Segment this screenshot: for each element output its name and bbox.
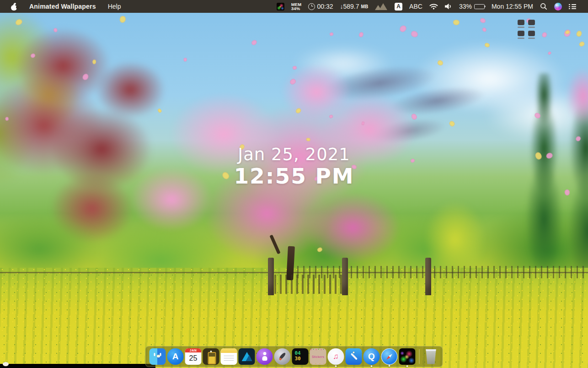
dock-item-xcode[interactable] — [346, 348, 362, 365]
timer-icon — [308, 3, 315, 10]
timer-status[interactable]: 00:32 — [308, 3, 333, 10]
dock-item-app-store[interactable]: A — [167, 348, 184, 365]
dock-item-podcasts[interactable] — [257, 348, 273, 365]
search-icon[interactable] — [540, 3, 547, 10]
stack-square — [528, 31, 535, 36]
calendar-month: JAN — [185, 348, 202, 352]
network-download-status[interactable]: ↓589.7MB — [340, 3, 369, 10]
dock: A JAN 25 04 30 Stickers ♫ Q — [145, 346, 443, 367]
maroon-tree — [0, 18, 178, 256]
input-source-badge[interactable]: A — [395, 3, 402, 11]
desktop-stacks-icon[interactable] — [518, 20, 535, 39]
fence-pickets — [297, 266, 588, 278]
green-treeline — [0, 183, 588, 293]
dock-item-finder[interactable] — [150, 348, 166, 365]
countdown-bottom: 30 — [295, 356, 309, 362]
overlay-time: 12:55 PM — [0, 164, 588, 188]
fence-post — [425, 258, 431, 295]
blossom-patch — [553, 55, 588, 137]
stickers-label: Stickers — [312, 355, 324, 358]
input-source-label[interactable]: ABC — [409, 3, 422, 10]
dock-item-notes[interactable] — [221, 348, 237, 365]
stack-label-bar — [518, 38, 524, 39]
dock-item-countdown[interactable]: 04 30 — [292, 348, 309, 365]
wallpaper-clock-overlay: Jan 25, 2021 12:55 PM — [0, 146, 588, 188]
overlay-date: Jan 25, 2021 — [0, 146, 588, 164]
cloud — [412, 41, 567, 110]
memory-status[interactable]: MEM 34% — [291, 2, 302, 11]
siri-icon[interactable] — [554, 3, 562, 11]
stack-square — [518, 20, 524, 25]
dock-separator — [419, 349, 420, 364]
dock-item-affinity-designer[interactable] — [239, 348, 255, 365]
fence — [0, 272, 588, 273]
dock-item-rocket[interactable] — [274, 348, 291, 365]
stack-label-bar — [528, 38, 535, 39]
dock-item-animated-wallpapers[interactable] — [399, 348, 416, 365]
fence-post — [268, 258, 274, 295]
music-note-icon: ♫ — [333, 352, 339, 361]
battery-status[interactable]: 33% — [459, 3, 485, 10]
battery-icon — [474, 4, 485, 9]
menu-clock[interactable]: Mon 12:55 PM — [492, 3, 533, 10]
white-petal — [3, 362, 9, 366]
dock-item-trash[interactable] — [425, 349, 438, 364]
cloud — [293, 46, 393, 82]
dock-item-quicktime[interactable]: Q — [363, 348, 380, 365]
letterbox-strip — [0, 364, 155, 368]
stack-square — [518, 31, 524, 36]
countdown-top: 04 — [295, 351, 309, 356]
cloud — [485, 87, 588, 142]
wallpaper: Jan 25, 2021 12:55 PM — [0, 0, 588, 368]
bright-bush — [402, 174, 508, 293]
dock-item-battery[interactable] — [203, 348, 219, 365]
dock-item-calendar[interactable]: JAN 25 — [185, 348, 202, 365]
menu-bar: Animated Wallpapers Help MEM 34% 00:32 ↓… — [0, 0, 588, 13]
dock-item-safari[interactable] — [381, 348, 398, 365]
notification-list-icon[interactable] — [569, 4, 576, 9]
stack-label-bar — [518, 27, 524, 28]
calendar-day: 25 — [185, 352, 202, 364]
pine-tree — [556, 87, 588, 293]
wallpapers-status-icon[interactable] — [277, 3, 284, 11]
wifi-icon[interactable] — [429, 3, 438, 10]
dock-item-music[interactable]: ♫ — [328, 348, 344, 365]
menu-app-name[interactable]: Animated Wallpapers — [29, 3, 96, 10]
apple-menu-icon[interactable] — [11, 3, 17, 11]
dock-item-stickers[interactable]: Stickers — [310, 348, 326, 365]
stack-square — [528, 20, 535, 25]
menu-help[interactable]: Help — [108, 3, 121, 10]
mountain-status-icon[interactable] — [375, 3, 388, 10]
volume-icon[interactable] — [445, 3, 452, 10]
gate — [274, 275, 342, 294]
tree-trunk — [286, 246, 295, 281]
fence-post — [342, 258, 348, 295]
tree-branch — [269, 234, 280, 254]
stack-label-bar — [528, 27, 535, 28]
